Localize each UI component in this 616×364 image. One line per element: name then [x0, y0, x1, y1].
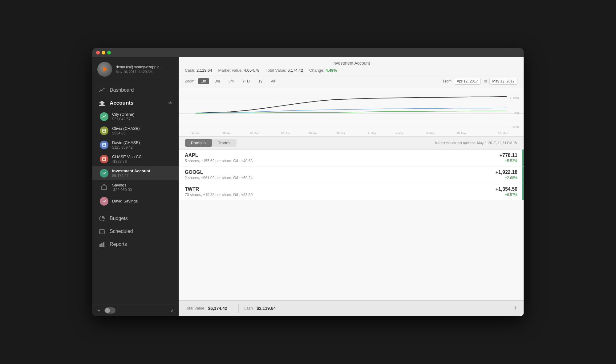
svg-rect-4	[102, 103, 103, 105]
calendar-icon	[99, 228, 105, 235]
svg-rect-24	[102, 233, 102, 233]
holding-change-aapl: +5.52%	[500, 159, 517, 163]
cash-value: 2,119.64	[197, 68, 212, 73]
zoom-1y-button[interactable]: 1y	[255, 78, 265, 84]
account-item-investment[interactable]: Investment Account $6,174.42	[92, 166, 179, 180]
app-window: demo.us@moneywizapp.c... May 16, 2017, 1…	[92, 48, 524, 316]
sidebar-item-scheduled[interactable]: Scheduled	[92, 225, 179, 238]
content-footer: Total Value $6,174.42 Cash $2,119.64 +	[179, 300, 524, 316]
title-bar	[92, 48, 524, 57]
traffic-lights	[96, 51, 111, 54]
date-range: From Apr 12, 2017 To May 12, 2017	[443, 78, 517, 85]
account-info-david-chase: David (CHASE) $125,369.42	[112, 140, 172, 150]
svg-rect-22	[103, 232, 103, 232]
investment-title: Investment Account	[185, 61, 517, 66]
zoom-ytd-button[interactable]: YTD	[239, 78, 253, 84]
total-label: Total Value:	[265, 68, 286, 73]
user-date: May 16, 2017, 11:20 AM	[116, 70, 174, 74]
tab-portfolio[interactable]: Portfolio	[185, 139, 212, 147]
content-area: Investment Account Cash: 2,119.64 Market…	[179, 57, 524, 316]
maximize-button[interactable]	[107, 51, 111, 54]
account-item-savings[interactable]: Savings -$22,060.00	[92, 180, 179, 194]
footer-divider	[238, 304, 239, 313]
market-label: Market Value:	[218, 68, 243, 73]
budgets-label: Budgets	[110, 216, 128, 221]
footer-cash: Cash $2,119.64	[244, 305, 282, 312]
zoom-all-button[interactable]: All	[268, 78, 278, 84]
footer-total-label: Total Value	[185, 306, 204, 310]
svg-rect-3	[101, 103, 102, 105]
zoom-label: Zoom	[185, 79, 194, 83]
from-label: From	[443, 79, 452, 83]
footer-add-button[interactable]: +	[514, 305, 517, 312]
pie-chart-icon	[99, 215, 105, 222]
holding-value-twtr: +1,354.50	[495, 186, 517, 192]
to-date-field[interactable]: May 12, 2017	[489, 78, 517, 85]
svg-rect-26	[101, 243, 103, 247]
svg-text:26. Apr: 26. Apr	[309, 131, 318, 134]
svg-rect-2	[100, 103, 100, 105]
account-info-investment: Investment Account $6,174.42	[112, 169, 172, 178]
refresh-icon[interactable]: ↻	[514, 141, 517, 145]
holding-item-googl[interactable]: GOOGL 2 shares, +961.09 per share, G/L: …	[179, 166, 524, 183]
svg-text:14. Apr: 14. Apr	[192, 131, 201, 134]
svg-rect-12	[103, 158, 106, 161]
portfolio-tabs: Portfolio Trades Market values last upda…	[179, 137, 524, 150]
zoom-1m-button[interactable]: 1m	[198, 78, 209, 84]
svg-text:0%: 0%	[514, 111, 520, 115]
change-value: 4.49%↑	[326, 68, 339, 73]
holding-right-googl: +1,922.18 +2.68%	[495, 170, 517, 180]
user-profile: demo.us@moneywizapp.c... May 16, 2017, 1…	[92, 57, 179, 81]
chevron-up-icon[interactable]: ∧	[171, 308, 174, 313]
to-label: To	[483, 79, 487, 83]
from-date-field[interactable]: Apr 12, 2017	[454, 78, 481, 85]
account-item-chase-visa[interactable]: CHASE Visa CC -$389.73	[92, 152, 179, 166]
avatar-play-icon	[103, 67, 107, 72]
svg-text:-20%: -20%	[511, 125, 520, 128]
svg-rect-0	[99, 92, 105, 92]
account-balance-olivia: $534.85	[112, 131, 172, 135]
minimize-button[interactable]	[102, 51, 105, 54]
zoom-bar: Zoom 1m 3m 6m YTD 1y All From Apr 12, 20…	[179, 75, 524, 87]
account-item-david-chase[interactable]: David (CHASE) $125,369.42	[92, 138, 179, 152]
account-item-david-savings[interactable]: David Savings	[92, 194, 179, 208]
zoom-6m-button[interactable]: 6m	[225, 78, 237, 84]
tab-trades[interactable]: Trades	[212, 139, 237, 147]
holding-ticker-twtr: TWTR	[185, 186, 495, 192]
holding-item-twtr[interactable]: TWTR 70 shares, +19.35 per share, G/L: +…	[179, 183, 524, 200]
account-name-olivia: Olivia (CHASE)	[112, 126, 172, 131]
holding-item-aapl[interactable]: AAPL 5 shares, +155.62 per share, G/L: +…	[179, 150, 524, 166]
toggle-button[interactable]	[104, 307, 116, 314]
svg-text:10. May: 10. May	[456, 131, 467, 134]
account-dot-investment	[100, 169, 108, 178]
account-item-city-online[interactable]: City (Online) $21,042.57	[92, 110, 179, 124]
account-item-olivia[interactable]: Olivia (CHASE) $534.85	[92, 124, 179, 138]
sidebar-item-dashboard[interactable]: Dashboard	[92, 84, 179, 97]
add-account-button[interactable]: +	[97, 308, 101, 313]
account-balance-david-chase: $125,369.42	[112, 145, 172, 150]
account-balance-chase-visa: -$389.73	[112, 159, 172, 164]
svg-text:8. May: 8. May	[426, 131, 435, 134]
sidebar-item-budgets[interactable]: Budgets	[92, 212, 179, 225]
accounts-header: Accounts 👁	[92, 97, 179, 110]
eye-icon[interactable]: 👁	[168, 101, 172, 106]
cash-label: Cash:	[185, 68, 195, 73]
zoom-3m-button[interactable]: 3m	[212, 78, 223, 84]
svg-text:28. Apr: 28. Apr	[336, 131, 345, 134]
nav-section: Dashboard	[92, 81, 179, 305]
account-balance-savings: -$22,060.00	[112, 188, 172, 192]
svg-text:+ 20%: + 20%	[510, 96, 520, 99]
holding-bar-twtr	[522, 183, 524, 200]
account-info-chase-visa: CHASE Visa CC -$389.73	[112, 154, 172, 164]
market-value: 4,054.78	[244, 68, 260, 73]
change-label: Change:	[309, 68, 324, 73]
close-button[interactable]	[96, 51, 100, 54]
dashboard-label: Dashboard	[110, 87, 134, 93]
sidebar-item-reports[interactable]: Reports	[92, 238, 179, 251]
chart-area: + 20% 0% -20% 14. Apr 18. Apr 20. Apr 24…	[179, 87, 524, 137]
svg-rect-21	[102, 232, 102, 232]
account-info-olivia: Olivia (CHASE) $534.85	[112, 126, 172, 135]
holding-detail-googl: 2 shares, +961.09 per share, G/L: +50.24	[185, 176, 495, 180]
footer-cash-value: $2,119.64	[257, 306, 276, 311]
holding-bar-googl	[522, 166, 524, 183]
